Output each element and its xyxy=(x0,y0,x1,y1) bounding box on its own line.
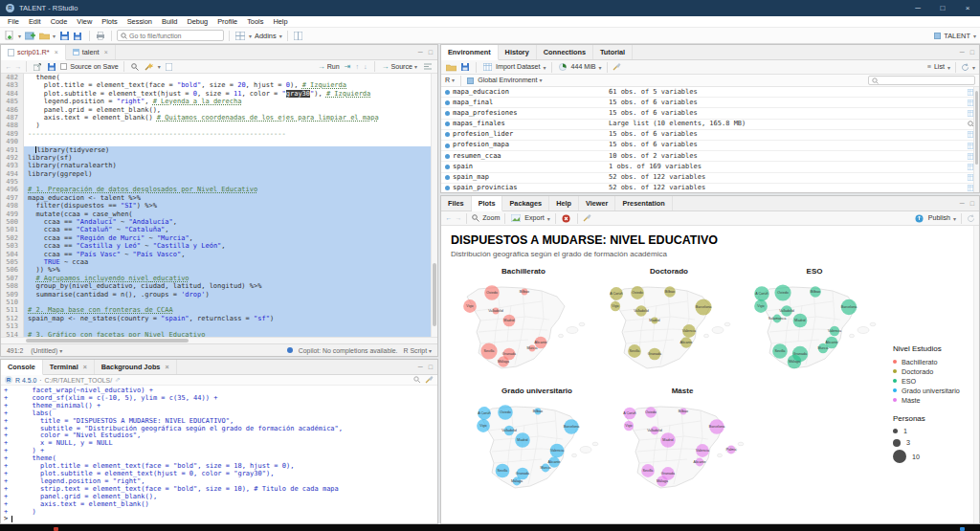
environment-object-mapa_educacion[interactable]: mapa_educacion61 obs. of 5 variables xyxy=(441,87,979,98)
forward-icon[interactable]: → xyxy=(14,63,21,71)
code-line-489[interactable]: 489-------------------------------------… xyxy=(1,130,437,138)
plots-scrollbar[interactable] xyxy=(973,226,979,523)
code-tools-icon[interactable] xyxy=(144,61,155,73)
console-tab-console[interactable]: Console xyxy=(1,360,43,375)
environment-search[interactable] xyxy=(868,76,975,85)
popout-icon[interactable] xyxy=(32,61,43,73)
code-line-497[interactable]: 497mapa_educacion <- talent %>% xyxy=(1,194,437,202)
environment-tab-tutorial[interactable]: Tutorial xyxy=(593,45,633,59)
console-search-icon[interactable] xyxy=(413,376,421,384)
environment-object-profesion_lider[interactable]: profesion_lider15 obs. of 6 variables xyxy=(441,130,979,141)
source-tab-talent[interactable]: talent× xyxy=(66,45,116,59)
console-minimize-icon[interactable]: ─ xyxy=(418,364,423,370)
clear-console-icon[interactable] xyxy=(425,376,434,384)
remove-plot-icon[interactable] xyxy=(561,212,572,224)
object-expand-icon[interactable] xyxy=(445,154,450,159)
workspace-panes-icon[interactable] xyxy=(234,30,246,41)
import-dataset-button[interactable]: Import Dataset xyxy=(496,63,541,71)
menu-tools[interactable]: Tools xyxy=(242,17,268,26)
code-line-502[interactable]: 502 ccaa == "Región de Murci" ~ "Murcia"… xyxy=(1,234,437,242)
project-menu-button[interactable]: TALENT ▾ xyxy=(934,32,976,40)
environment-object-resumen_ccaa[interactable]: resumen_ccaa10 obs. of 2 variables xyxy=(441,151,979,162)
code-line-483[interactable]: 483 plot.title = element_text(face = "bo… xyxy=(1,81,437,89)
addins-dropdown-icon[interactable]: ▾ xyxy=(279,33,282,39)
code-line-495[interactable]: 495 xyxy=(1,178,437,186)
menu-help[interactable]: Help xyxy=(268,17,292,26)
panes-dropdown-icon[interactable]: ▾ xyxy=(249,33,252,39)
console-tab-background-jobs[interactable]: Background Jobs× xyxy=(95,360,177,374)
clear-plots-icon[interactable] xyxy=(583,214,591,222)
close-tab-icon[interactable]: × xyxy=(165,364,168,370)
code-line-491[interactable]: 491 library(tidyverse) xyxy=(1,146,437,154)
code-line-486[interactable]: 486 panel.grid = element_blank(), xyxy=(1,106,437,114)
export-plot-button[interactable]: Export xyxy=(524,214,545,222)
previous-plot-icon[interactable]: ← xyxy=(445,214,452,222)
menu-edit[interactable]: Edit xyxy=(24,17,46,26)
code-line-507[interactable]: 507 # Agrupamos incluyendo nivel_educati… xyxy=(1,275,437,282)
environment-scrollbar[interactable] xyxy=(973,87,979,192)
code-line-499[interactable]: 499 mutate(ccaa = case_when( xyxy=(1,210,437,218)
code-line-496[interactable]: 496# 1. Preparación de datos desglosados… xyxy=(1,186,437,193)
zoom-plot-button[interactable]: Zoom xyxy=(482,214,500,222)
goto-file-input[interactable] xyxy=(129,33,215,39)
environment-tab-connections[interactable]: Connections xyxy=(537,45,593,59)
addins-button[interactable]: Addins xyxy=(255,32,277,40)
save-doc-icon[interactable] xyxy=(46,61,57,73)
code-line-493[interactable]: 493library(rnaturalearth) xyxy=(1,162,437,169)
compile-report-icon[interactable] xyxy=(164,61,175,73)
environment-object-profesion_mapa[interactable]: profesion_mapa15 obs. of 6 variables xyxy=(441,141,979,151)
plots-tab-packages[interactable]: Packages xyxy=(502,196,549,210)
code-line-506[interactable]: 506 )) %>% xyxy=(1,266,437,274)
code-line-498[interactable]: 498 filter(dispuestos == "SI") %>% xyxy=(1,202,437,210)
goto-file-search[interactable] xyxy=(117,30,224,41)
print-icon[interactable] xyxy=(95,30,106,41)
plots-tab-viewer[interactable]: Viewer xyxy=(579,196,615,210)
environment-object-mapa_final[interactable]: mapa_final15 obs. of 6 variables xyxy=(441,98,979,108)
run-button[interactable]: → Run xyxy=(318,62,340,71)
code-line-505[interactable]: 505 TRUE ~ ccaa xyxy=(1,258,437,266)
run-prev-icon[interactable]: ↑ xyxy=(355,63,359,71)
code-line-494[interactable]: 494library(ggrepel) xyxy=(1,170,437,178)
new-project-icon[interactable] xyxy=(24,30,35,41)
code-line-503[interactable]: 503 ccaa == "Castilla y Leó" ~ "Castilla… xyxy=(1,242,437,250)
menu-build[interactable]: Build xyxy=(157,17,182,26)
code-line-484[interactable]: 484 plot.subtitle = element_text(hjust =… xyxy=(1,90,437,98)
code-line-508[interactable]: 508 group_by(nivel_educativo, ciudad, la… xyxy=(1,282,437,290)
publish-button[interactable]: Publish xyxy=(928,214,950,222)
object-expand-icon[interactable] xyxy=(445,186,450,190)
plots-tab-presentation[interactable]: Presentation xyxy=(615,196,672,210)
object-expand-icon[interactable] xyxy=(445,175,450,180)
memory-usage-button[interactable]: 444 MiB xyxy=(571,63,596,71)
next-plot-icon[interactable]: → xyxy=(455,214,461,222)
code-line-487[interactable]: 487 axis.text = element_blank() # Quitam… xyxy=(1,114,437,122)
menu-debug[interactable]: Debug xyxy=(182,17,212,26)
open-file-dropdown-icon[interactable]: ▾ xyxy=(53,33,56,39)
close-tab-icon[interactable]: × xyxy=(83,364,87,370)
new-file-dropdown-icon[interactable]: ▾ xyxy=(18,33,21,39)
back-icon[interactable]: ← xyxy=(5,63,11,71)
console-prompt[interactable]: > xyxy=(4,516,437,523)
menu-file[interactable]: File xyxy=(3,17,24,26)
console-maximize-icon[interactable]: □ xyxy=(429,364,433,370)
object-expand-icon[interactable] xyxy=(445,111,450,116)
object-expand-icon[interactable] xyxy=(445,90,450,95)
environment-minimize-icon[interactable]: ─ xyxy=(960,49,965,55)
plots-tab-files[interactable]: Files xyxy=(441,196,472,210)
code-line-504[interactable]: 504 ccaa == "País Vasc" ~ "País Vasco", xyxy=(1,251,437,258)
close-tab-icon[interactable]: × xyxy=(55,49,58,55)
close-tab-icon[interactable]: × xyxy=(104,49,108,55)
object-expand-icon[interactable] xyxy=(445,144,450,148)
environment-object-spain_map[interactable]: spain_map52 obs. of 122 variables xyxy=(441,173,979,184)
code-line-509[interactable]: 509 summarise(cantidad = n(), .groups = … xyxy=(1,291,437,299)
code-line-500[interactable]: 500 ccaa == "Andalucí" ~ "Andalucía", xyxy=(1,218,437,226)
save-workspace-icon[interactable] xyxy=(459,61,471,73)
environment-object-mapas_finales[interactable]: mapas_finalesLarge list (10 elements, 16… xyxy=(441,120,979,130)
code-line-488[interactable]: 488 ) xyxy=(1,122,437,129)
code-line-492[interactable]: 492library(sf) xyxy=(1,154,437,162)
source-maximize-icon[interactable]: □ xyxy=(429,49,433,55)
object-expand-icon[interactable] xyxy=(445,165,450,169)
scope-selector[interactable]: (Untitled) ▾ xyxy=(31,347,62,354)
save-all-icon[interactable] xyxy=(73,30,84,41)
menu-code[interactable]: Code xyxy=(46,17,73,26)
menu-session[interactable]: Session xyxy=(122,17,157,26)
